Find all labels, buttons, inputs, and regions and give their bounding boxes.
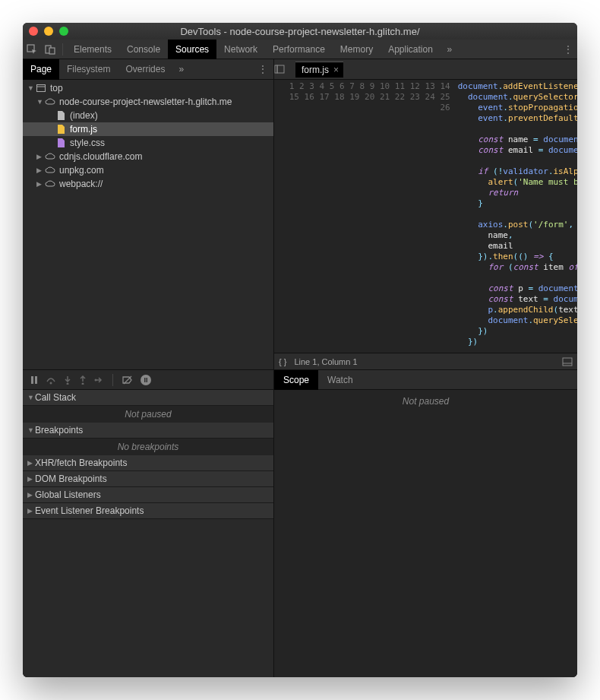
tree-domain-unpkg[interactable]: ▶unpkg.com — [23, 163, 273, 177]
scope-content: Not paused — [274, 390, 577, 677]
panel-tab-network[interactable]: Network — [216, 40, 265, 59]
scope-tab-watch[interactable]: Watch — [318, 370, 362, 390]
step-into-icon[interactable] — [64, 375, 71, 385]
tree-file-formjs[interactable]: form.js — [23, 122, 273, 136]
window-title: DevTools - node-course-project-newslette… — [23, 26, 577, 37]
svg-rect-2 — [49, 48, 55, 54]
editor-status-bar: { } Line 1, Column 1 — [274, 353, 577, 369]
tree-domain[interactable]: ▼node-course-project-newsletter-h.glitch… — [23, 95, 273, 109]
tree-domain-cdnjs[interactable]: ▶cdnjs.cloudflare.com — [23, 150, 273, 163]
step-over-icon[interactable] — [46, 375, 56, 385]
navigator-tabs: PageFilesystemOverrides » ⋮ — [23, 59, 273, 80]
svg-point-11 — [50, 382, 52, 384]
deactivate-breakpoints-icon[interactable] — [122, 375, 133, 385]
section-breakpoints[interactable]: ▼Breakpoints — [23, 423, 273, 439]
svg-rect-10 — [35, 376, 37, 384]
panel-tab-sources[interactable]: Sources — [168, 40, 216, 59]
nav-tab-page[interactable]: Page — [23, 59, 59, 80]
pause-on-exceptions-icon[interactable]: II — [141, 375, 151, 385]
debugger-toolbar: II — [23, 370, 273, 390]
editor-pane: form.js × 1 2 3 4 5 6 7 8 9 10 11 12 13 … — [274, 59, 577, 369]
panel-tab-performance[interactable]: Performance — [265, 40, 333, 59]
section-body: No breakpoints — [23, 439, 273, 455]
tree-domain-webpack[interactable]: ▶webpack:// — [23, 177, 273, 191]
device-toolbar-icon[interactable] — [41, 40, 59, 59]
close-window-icon[interactable] — [29, 27, 38, 36]
svg-rect-3 — [37, 85, 46, 92]
line-gutter: 1 2 3 4 5 6 7 8 9 10 11 12 13 14 15 16 1… — [274, 80, 455, 353]
file-tab-label: form.js — [302, 65, 329, 75]
navigator-pane: PageFilesystemOverrides » ⋮ ▼top▼node-co… — [23, 59, 274, 369]
scope-tab-scope[interactable]: Scope — [274, 370, 318, 390]
step-out-icon[interactable] — [79, 375, 87, 385]
section-dom-breakpoints[interactable]: ▶DOM Breakpoints — [23, 471, 273, 487]
panel-tab-application[interactable]: Application — [381, 40, 441, 59]
svg-point-14 — [95, 379, 97, 381]
pretty-print-icon[interactable]: { } — [279, 357, 286, 366]
inspect-element-icon[interactable] — [23, 40, 41, 59]
section-body: Not paused — [23, 406, 273, 423]
panel-tab-elements[interactable]: Elements — [66, 40, 119, 59]
svg-point-13 — [82, 382, 84, 385]
code-editor[interactable]: 1 2 3 4 5 6 7 8 9 10 11 12 13 14 15 16 1… — [274, 80, 577, 353]
section-xhr-fetch-breakpoints[interactable]: ▶XHR/fetch Breakpoints — [23, 455, 273, 471]
nav-tab-filesystem[interactable]: Filesystem — [59, 59, 118, 80]
section-global-listeners[interactable]: ▶Global Listeners — [23, 487, 273, 503]
nav-tab-overrides[interactable]: Overrides — [118, 59, 172, 80]
tree-file-index[interactable]: (index) — [23, 109, 273, 122]
panel-tab-console[interactable]: Console — [119, 40, 168, 59]
devtools-window: DevTools - node-course-project-newslette… — [23, 23, 577, 677]
cursor-position: Line 1, Column 1 — [294, 357, 357, 366]
section-event-listener-breakpoints[interactable]: ▶Event Listener Breakpoints — [23, 503, 273, 519]
svg-rect-7 — [563, 358, 572, 366]
file-navigator-icon[interactable] — [274, 65, 295, 74]
tree-file-stylecss[interactable]: style.css — [23, 136, 273, 150]
panel-tab-memory[interactable]: Memory — [333, 40, 381, 59]
code-content[interactable]: document.addEventListener("DOMContentLoa… — [455, 80, 577, 353]
scope-pane: ScopeWatch Not paused — [274, 370, 577, 677]
nav-menu-icon[interactable]: ⋮ — [252, 64, 273, 74]
titlebar: DevTools - node-course-project-newslette… — [23, 23, 577, 40]
file-tree[interactable]: ▼top▼node-course-project-newsletter-h.gl… — [23, 80, 273, 369]
main-toolbar: ElementsConsoleSourcesNetworkPerformance… — [23, 40, 577, 59]
coverage-icon[interactable] — [562, 357, 573, 366]
more-nav-tabs-icon[interactable]: » — [172, 64, 190, 74]
settings-menu-icon[interactable]: ⋮ — [559, 40, 577, 59]
debugger-sections: ▼Call StackNot paused▼BreakpointsNo brea… — [23, 390, 273, 677]
pause-icon[interactable] — [30, 375, 38, 385]
close-tab-icon[interactable]: × — [333, 65, 339, 75]
section-call-stack[interactable]: ▼Call Stack — [23, 390, 273, 406]
panel-tabs: ElementsConsoleSourcesNetworkPerformance… — [66, 40, 441, 59]
debugger-pane: II ▼Call StackNot paused▼BreakpointsNo b… — [23, 370, 274, 677]
step-icon[interactable] — [94, 375, 103, 385]
maximize-window-icon[interactable] — [59, 27, 68, 36]
svg-rect-6 — [277, 65, 284, 73]
file-tab-form-js[interactable]: form.js × — [295, 62, 343, 78]
editor-tabs: form.js × — [274, 59, 577, 80]
minimize-window-icon[interactable] — [44, 27, 53, 36]
tree-top[interactable]: ▼top — [23, 81, 273, 95]
scope-tabs: ScopeWatch — [274, 370, 577, 390]
svg-point-12 — [67, 382, 69, 385]
svg-rect-9 — [31, 376, 33, 384]
more-panels-icon[interactable]: » — [441, 40, 459, 59]
